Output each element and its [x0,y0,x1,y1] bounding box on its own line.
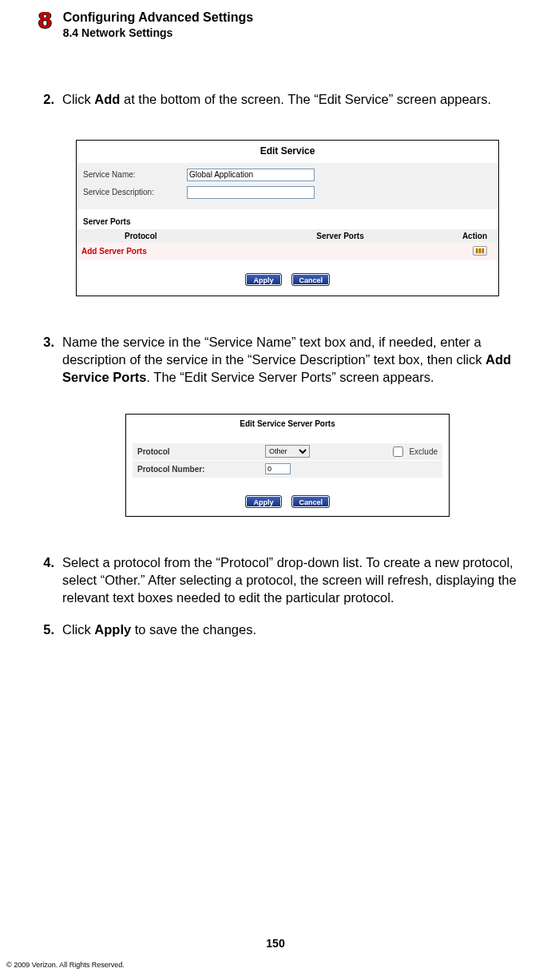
col-action: Action [435,229,498,243]
service-description-input[interactable] [187,186,315,199]
exclude-checkbox[interactable]: Exclude [390,444,438,459]
table-header-row: Protocol Server Ports Action [77,229,498,243]
step-number: 2. [38,90,54,108]
section-title: 8.4 Network Settings [63,26,254,41]
add-icon[interactable] [473,246,487,256]
col-server-ports: Server Ports [245,229,435,243]
exclude-label: Exclude [409,447,438,456]
step-text: Click [62,622,94,637]
step-text: . The “Edit Service Server Ports” screen… [146,370,434,384]
step-number: 5. [38,621,54,638]
step-text: at the bottom of the screen. The “Edit S… [120,92,491,106]
add-server-ports-label: Add Server Ports [77,243,435,260]
apply-button[interactable]: Apply [245,495,282,508]
step-2: 2. Click Add at the bottom of the screen… [38,90,537,108]
step-bold: Apply [94,622,131,637]
step-text: Click [62,92,94,106]
service-description-label: Service Description: [83,188,187,196]
edit-service-server-ports-screenshot: Edit Service Server Ports Protocol Other… [125,414,450,517]
server-ports-heading: Server Ports [77,209,498,229]
service-name-label: Service Name: [83,170,187,179]
panel-title: Edit Service [77,141,498,163]
protocol-select[interactable]: Other [265,445,310,458]
protocol-number-input[interactable] [265,463,291,474]
col-protocol: Protocol [77,229,245,243]
chapter-title: Configuring Advanced Settings [63,10,254,26]
panel-title: Edit Service Server Ports [126,415,449,442]
exclude-checkbox-input[interactable] [393,446,403,457]
edit-service-screenshot: Edit Service Service Name: Service Descr… [76,140,499,296]
step-number: 4. [38,553,54,607]
step-number: 3. [38,333,54,387]
cancel-button[interactable]: Cancel [291,273,330,286]
apply-button[interactable]: Apply [245,273,282,286]
step-text: Select a protocol from the “Protocol” dr… [62,553,537,607]
add-server-ports-row[interactable]: Add Server Ports [77,243,498,260]
protocol-number-label: Protocol Number: [137,465,265,474]
copyright: © 2009 Verizon. All Rights Reserved. [6,961,125,969]
protocol-label: Protocol [137,447,265,456]
step-bold: Add [94,92,120,106]
step-text: to save the changes. [131,622,256,637]
cancel-button[interactable]: Cancel [291,495,330,508]
step-5: 5. Click Apply to save the changes. [38,621,537,638]
step-text: Name the service in the “Service Name” t… [62,335,486,367]
page-number: 150 [0,937,551,950]
step-4: 4. Select a protocol from the “Protocol”… [38,553,537,607]
service-name-input[interactable] [187,169,315,181]
step-3: 3. Name the service in the “Service Name… [38,333,537,387]
chapter-number: 8 [38,8,52,32]
